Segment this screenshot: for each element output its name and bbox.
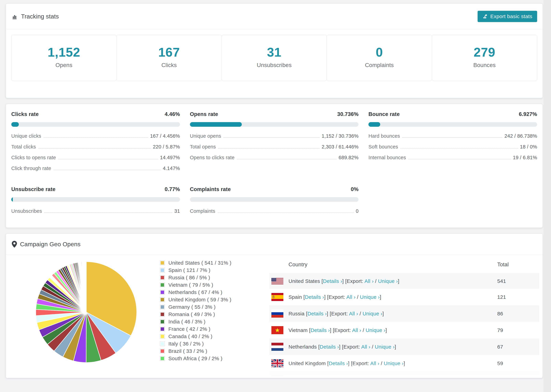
- export-unique-link[interactable]: Unique ›: [378, 278, 398, 284]
- stat-label: Clicks: [117, 62, 221, 68]
- export-all-link[interactable]: All ›: [349, 311, 358, 316]
- export-all-link[interactable]: All ›: [354, 377, 364, 378]
- export-all-link[interactable]: All ›: [361, 344, 370, 350]
- export-unique-link[interactable]: Unique ›: [384, 361, 404, 366]
- legend-item-india[interactable]: India ( 46 / 3% ): [160, 318, 258, 325]
- legend-swatch: [160, 327, 165, 331]
- rate-row-value: 4.147%: [163, 166, 180, 171]
- export-unique-link[interactable]: Unique ›: [375, 344, 395, 350]
- vn-flag-icon: [271, 326, 283, 334]
- country-links: Germany [Details ›] [Export: All › / Uni…: [289, 377, 389, 378]
- column-header-country: Country: [269, 259, 497, 274]
- legend-label: France ( 42 / 2% ): [168, 326, 211, 332]
- country-cell: Russia [Details ›] [Export: All › / Uniq…: [269, 305, 497, 322]
- rate-row-value: 19 / 6.81%: [513, 155, 537, 161]
- legend-label: Spain ( 121 / 7% ): [168, 267, 211, 273]
- legend-item-russia[interactable]: Russia ( 86 / 5% ): [160, 274, 258, 281]
- total-value: 79: [497, 322, 539, 338]
- dotted-leader: [44, 212, 172, 213]
- stat-value: 31: [222, 45, 327, 60]
- scrollbar-track[interactable]: [544, 0, 551, 392]
- geo-title: Campaign Geo Opens: [20, 241, 81, 248]
- rate-row-value: 1,152 / 30.736%: [322, 133, 359, 139]
- progress-bar-fill: [11, 197, 13, 202]
- legend-item-italy[interactable]: Italy ( 36 / 2% ): [160, 340, 258, 347]
- column-header-total: Total: [497, 259, 539, 274]
- export-unique-link[interactable]: Unique ›: [366, 327, 386, 333]
- rate-row-label: Hard bounces: [368, 133, 400, 139]
- details-link[interactable]: Details ›: [305, 294, 324, 300]
- rate-row: Internal bounces19 / 6.81%: [368, 155, 537, 161]
- details-link[interactable]: Details ›: [320, 344, 339, 350]
- country-cell: Spain [Details ›] [Export: All › / Uniqu…: [269, 289, 497, 305]
- rate-row: Total clicks220 / 5.87%: [11, 144, 180, 150]
- legend-item-united-kingdom[interactable]: United Kingdom ( 59 / 3% ): [160, 296, 258, 303]
- rate-title: Bounce rate: [368, 111, 400, 117]
- progress-bar-track: [368, 122, 537, 127]
- legend-item-vietnam[interactable]: Vietnam ( 79 / 5% ): [160, 281, 258, 288]
- stat-value: 167: [117, 45, 221, 60]
- legend-item-spain[interactable]: Spain ( 121 / 7% ): [160, 266, 258, 274]
- legend-item-france[interactable]: France ( 42 / 2% ): [160, 325, 258, 333]
- total-value: 59: [497, 355, 539, 372]
- rate-row-label: Total opens: [190, 144, 216, 150]
- stat-value: 279: [432, 45, 537, 60]
- export-all-link[interactable]: All ›: [346, 294, 355, 300]
- bar-chart-icon: [12, 13, 18, 20]
- progress-bar-track: [11, 197, 180, 202]
- export-all-link[interactable]: All ›: [365, 278, 374, 284]
- map-pin-icon: [12, 241, 17, 248]
- details-link[interactable]: Details ›: [323, 278, 342, 284]
- export-unique-link[interactable]: Unique ›: [368, 377, 388, 378]
- dotted-leader: [38, 148, 151, 148]
- legend-item-romania[interactable]: Romania ( 49 / 3% ): [160, 311, 258, 318]
- rate-row-label: Click through rate: [11, 166, 51, 171]
- legend-swatch: [160, 342, 165, 346]
- rate-row: Hard bounces242 / 86.738%: [368, 133, 537, 139]
- stat-value: 1,152: [11, 45, 116, 60]
- details-link[interactable]: Details ›: [308, 311, 327, 316]
- geo-legend: United States ( 541 / 31% )Spain ( 121 /…: [160, 259, 258, 362]
- legend-swatch: [160, 297, 165, 302]
- country-cell: United States [Details ›] [Export: All ›…: [269, 274, 497, 289]
- export-all-link[interactable]: All ›: [370, 361, 379, 366]
- rate-row-label: Clicks to opens rate: [11, 155, 56, 161]
- page-title: Tracking stats: [21, 13, 59, 20]
- details-link[interactable]: Details ›: [313, 377, 332, 378]
- export-unique-link[interactable]: Unique ›: [363, 311, 382, 316]
- nl-flag-icon: [271, 343, 283, 351]
- legend-item-united-states[interactable]: United States ( 541 / 31% ): [160, 259, 258, 266]
- export-unique-link[interactable]: Unique ›: [360, 294, 380, 300]
- legend-item-canada[interactable]: Canada ( 40 / 2% ): [160, 333, 258, 340]
- rate-panel-complaints-rate: Complaints rate0%Complaints0: [190, 186, 359, 214]
- stat-label: Bounces: [432, 62, 537, 68]
- country-name: Vietnam: [289, 327, 309, 333]
- rate-row-label: Unsubscribes: [11, 208, 42, 214]
- legend-swatch: [160, 268, 165, 273]
- rate-value: 30.736%: [337, 111, 359, 117]
- export-all-link[interactable]: All ›: [352, 327, 361, 333]
- legend-label: Romania ( 49 / 3% ): [168, 311, 215, 317]
- rate-row: Opens to clicks rate689.82%: [190, 155, 359, 161]
- geo-opens-card: Campaign Geo Opens United States ( 541 /…: [6, 233, 543, 378]
- export-basic-stats-button[interactable]: Export basic stats: [478, 11, 537, 22]
- geo-table: Country Total United States [Details ›] …: [269, 259, 539, 378]
- es-flag-icon: [271, 293, 283, 301]
- rate-row-value: 14.497%: [160, 155, 180, 161]
- details-link[interactable]: Details ›: [311, 327, 330, 333]
- gb-flag-icon: [271, 359, 283, 367]
- legend-item-germany[interactable]: Germany ( 55 / 3% ): [160, 303, 258, 311]
- details-link[interactable]: Details ›: [329, 361, 348, 366]
- total-value: 121: [497, 289, 539, 305]
- legend-item-brazil[interactable]: Brazil ( 33 / 2% ): [160, 347, 258, 355]
- dotted-leader: [237, 159, 336, 159]
- rate-title: Unsubscribe rate: [11, 186, 56, 192]
- legend-item-south-africa[interactable]: South Africa ( 29 / 2% ): [160, 355, 258, 362]
- legend-item-netherlands[interactable]: Netherlands ( 67 / 4% ): [160, 288, 258, 296]
- country-name: Netherlands: [289, 344, 318, 350]
- geo-opens-title: Campaign Geo Opens: [12, 241, 81, 248]
- rate-row-value: 31: [174, 208, 180, 214]
- rate-rows: Unsubscribes31: [11, 208, 180, 214]
- us-flag-icon: [271, 278, 283, 284]
- rate-head: Opens rate30.736%: [190, 111, 359, 117]
